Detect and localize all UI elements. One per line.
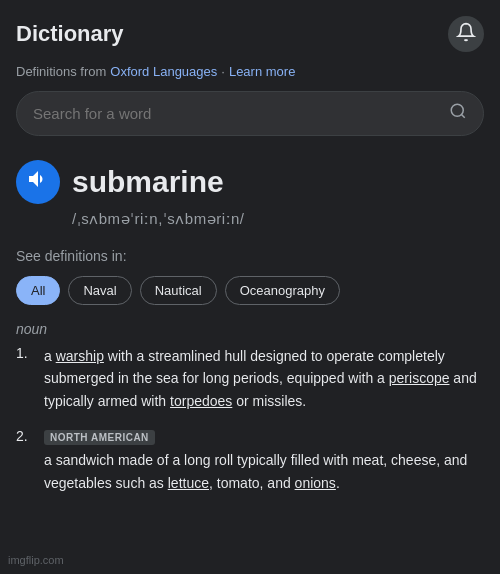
audio-button[interactable]: [16, 160, 60, 204]
category-naval[interactable]: Naval: [68, 276, 131, 305]
torpedoes-link[interactable]: torpedoes: [170, 393, 232, 409]
definition-item-2: 2. NORTH AMERICAN a sandwich made of a l…: [16, 428, 484, 494]
def-text-2: a sandwich made of a long roll typically…: [44, 452, 467, 490]
def-number-1: 1.: [16, 345, 36, 412]
svg-point-1: [451, 104, 463, 116]
learn-more-link[interactable]: Learn more: [229, 64, 295, 79]
source-prefix: Definitions from: [16, 64, 106, 79]
part-of-speech: noun: [0, 317, 500, 345]
category-all[interactable]: All: [16, 276, 60, 305]
warship-link[interactable]: warship: [56, 348, 104, 364]
page-title: Dictionary: [16, 21, 124, 47]
source-bar: Definitions from Oxford Languages · Lear…: [0, 60, 500, 91]
definitions-label: See definitions in:: [0, 240, 500, 276]
north-american-badge: NORTH AMERICAN: [44, 430, 155, 445]
search-icon: [449, 102, 467, 125]
watermark: imgflip.com: [8, 554, 64, 566]
categories-bar: All Naval Nautical Oceanography: [0, 276, 500, 317]
source-separator: ·: [221, 64, 225, 79]
feedback-button[interactable]: [448, 16, 484, 52]
def-content-2: NORTH AMERICAN a sandwich made of a long…: [44, 428, 484, 494]
category-oceanography[interactable]: Oceanography: [225, 276, 340, 305]
search-bar: [16, 91, 484, 136]
def-content-1: a warship with a streamlined hull design…: [44, 345, 484, 412]
definitions-list: 1. a warship with a streamlined hull des…: [0, 345, 500, 526]
feedback-icon: [456, 22, 476, 47]
header: Dictionary: [0, 0, 500, 60]
definition-item-1: 1. a warship with a streamlined hull des…: [16, 345, 484, 412]
audio-icon: [26, 167, 50, 197]
periscope-link[interactable]: periscope: [389, 370, 450, 386]
search-input[interactable]: [33, 105, 449, 122]
def-text-1: a warship with a streamlined hull design…: [44, 348, 477, 409]
word-title: submarine: [72, 165, 224, 199]
oxford-languages-link[interactable]: Oxford Languages: [110, 64, 217, 79]
word-section: submarine: [0, 152, 500, 208]
lettuce-link[interactable]: lettuce: [168, 475, 209, 491]
def-number-2: 2.: [16, 428, 36, 494]
phonetic: /ˌsʌbməˈriːn,ˈsʌbməriːn/: [0, 208, 500, 240]
category-nautical[interactable]: Nautical: [140, 276, 217, 305]
onions-link[interactable]: onions: [295, 475, 336, 491]
svg-line-2: [461, 114, 464, 117]
